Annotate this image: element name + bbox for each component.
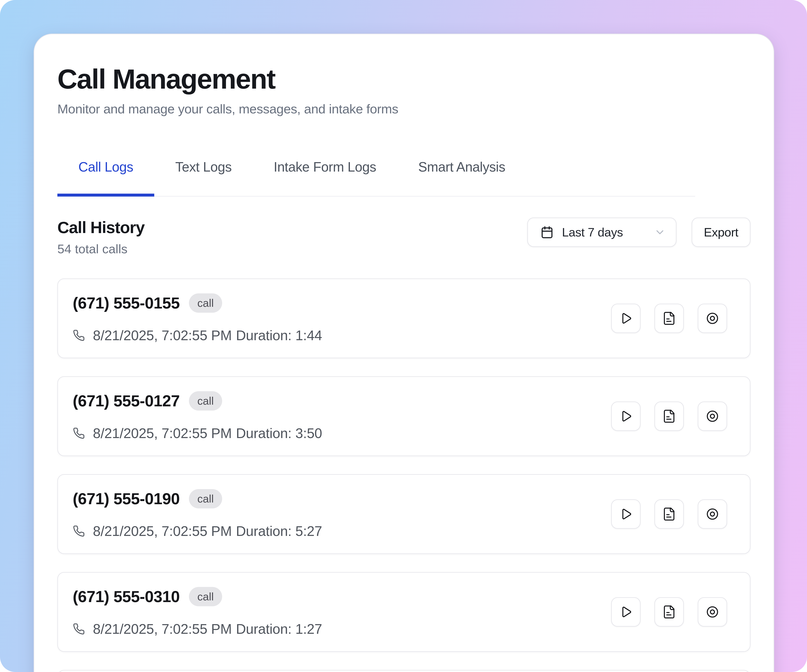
call-datetime: 8/21/2025, 7:02:55 PM <box>93 621 232 637</box>
tab-bar: Call Logs Text Logs Intake Form Logs Sma… <box>57 159 695 197</box>
phone-icon <box>73 329 85 341</box>
chevron-down-icon <box>654 227 666 238</box>
call-type-badge: call <box>189 489 222 508</box>
phone-icon <box>73 623 85 635</box>
call-list: (671) 555-0155 call 8/21/2025, 7:02:55 P… <box>57 278 751 672</box>
tab-call-logs[interactable]: Call Logs <box>57 159 154 197</box>
call-card-partial <box>57 670 751 672</box>
view-details-button[interactable] <box>698 402 727 431</box>
call-number: (671) 555-0155 <box>73 294 180 312</box>
play-icon <box>619 409 633 423</box>
play-recording-button[interactable] <box>611 597 641 627</box>
tab-smart-analysis[interactable]: Smart Analysis <box>397 159 526 194</box>
call-card: (671) 555-0190 call 8/21/2025, 7:02:55 P… <box>57 474 751 554</box>
call-history-heading: Call History <box>57 218 144 237</box>
date-range-label: Last 7 days <box>562 225 654 239</box>
page-subtitle: Monitor and manage your calls, messages,… <box>57 101 751 117</box>
call-history-titles: Call History 54 total calls <box>57 218 144 257</box>
phone-icon <box>73 427 85 439</box>
call-type-badge: call <box>189 391 222 410</box>
transcript-button[interactable] <box>654 499 684 529</box>
phone-icon <box>73 525 85 537</box>
view-details-button[interactable] <box>698 499 727 529</box>
call-card: (671) 555-0155 call 8/21/2025, 7:02:55 P… <box>57 278 751 358</box>
file-text-icon <box>662 311 676 326</box>
call-datetime: 8/21/2025, 7:02:55 PM <box>93 425 232 441</box>
header-controls: Last 7 days Export <box>527 218 751 247</box>
call-number: (671) 555-0127 <box>73 392 180 410</box>
call-card: (671) 555-0127 call 8/21/2025, 7:02:55 P… <box>57 376 751 456</box>
export-button[interactable]: Export <box>692 218 751 247</box>
transcript-button[interactable] <box>654 304 684 333</box>
page-title: Call Management <box>57 63 751 96</box>
play-recording-button[interactable] <box>611 304 641 333</box>
call-card: (671) 555-0310 call 8/21/2025, 7:02:55 P… <box>57 572 751 652</box>
tab-text-logs[interactable]: Text Logs <box>154 159 252 194</box>
eye-icon <box>705 605 719 619</box>
eye-icon <box>705 311 719 326</box>
total-calls-count: 54 total calls <box>57 242 144 257</box>
play-icon <box>619 507 633 521</box>
eye-icon <box>705 409 719 423</box>
file-text-icon <box>662 409 676 423</box>
call-type-badge: call <box>189 293 222 313</box>
file-text-icon <box>662 605 676 619</box>
view-details-button[interactable] <box>698 597 727 627</box>
play-recording-button[interactable] <box>611 402 641 431</box>
transcript-button[interactable] <box>654 597 684 627</box>
call-datetime: 8/21/2025, 7:02:55 PM <box>93 328 232 343</box>
file-text-icon <box>662 507 676 521</box>
play-recording-button[interactable] <box>611 499 641 529</box>
call-duration: Duration: 5:27 <box>236 523 322 539</box>
view-details-button[interactable] <box>698 304 727 333</box>
calendar-icon <box>541 226 553 239</box>
play-icon <box>619 605 633 619</box>
call-duration: Duration: 1:44 <box>236 328 322 343</box>
call-management-panel: Call Management Monitor and manage your … <box>34 34 774 672</box>
call-duration: Duration: 1:27 <box>236 621 322 637</box>
call-number: (671) 555-0190 <box>73 490 180 508</box>
tab-intake-form-logs[interactable]: Intake Form Logs <box>252 159 397 194</box>
call-number: (671) 555-0310 <box>73 588 180 606</box>
play-icon <box>619 311 633 326</box>
call-duration: Duration: 3:50 <box>236 425 322 441</box>
transcript-button[interactable] <box>654 402 684 431</box>
gradient-background: Call Management Monitor and manage your … <box>0 0 807 672</box>
date-range-dropdown[interactable]: Last 7 days <box>527 218 676 247</box>
call-datetime: 8/21/2025, 7:02:55 PM <box>93 523 232 539</box>
call-history-header: Call History 54 total calls Last 7 days … <box>57 218 751 257</box>
eye-icon <box>705 507 719 521</box>
call-type-badge: call <box>189 587 222 606</box>
